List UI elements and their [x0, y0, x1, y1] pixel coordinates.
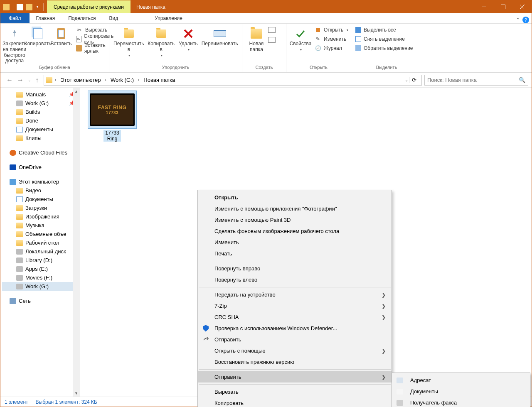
breadcrumb-folder[interactable]: Новая папка [142, 77, 177, 83]
nav-forward-icon[interactable]: → [17, 76, 24, 84]
context-menu-item[interactable]: CRC SHA❯ [198, 311, 392, 323]
addr-dropdown-icon[interactable]: ⌄ [405, 78, 408, 82]
tree-item[interactable]: Видео [2, 186, 80, 195]
search-icon[interactable]: 🔍 [519, 77, 525, 83]
tree-item[interactable]: Этот компьютер [2, 177, 80, 186]
edit-button[interactable]: ✎Изменить [313, 34, 350, 44]
context-submenu-send-to: АдресатДокументыПолучатель факсаРабочий … [392, 373, 530, 407]
breadcrumb-this-pc[interactable]: Этот компьютер [59, 77, 102, 83]
file-item[interactable]: FAST RING 17733 17733Ring [85, 91, 139, 142]
tree-item[interactable]: Музыка [2, 221, 80, 230]
tree-item[interactable]: Work (G:) [2, 282, 80, 291]
tab-file[interactable]: Файл [0, 13, 30, 23]
nav-tree[interactable]: Manuals📌Work (G:)📌BuildsDoneДокументыКли… [0, 88, 80, 397]
collapse-ribbon-icon[interactable]: ⌃ [516, 17, 520, 23]
tree-item[interactable]: Загрузки [2, 204, 80, 212]
nav-up-icon[interactable]: ↑ [35, 76, 39, 84]
submenu-item[interactable]: Получатель факса [392, 397, 530, 407]
context-menu-item[interactable]: Копировать [198, 397, 392, 407]
nav-recent-icon[interactable]: ⌄ [28, 78, 31, 82]
submenu-item[interactable]: Адресат [392, 375, 530, 386]
context-menu-item[interactable]: Передать на устройство❯ [198, 289, 392, 300]
scroll-down-icon[interactable]: ▼ [73, 390, 80, 397]
ribbon: Закрепить на панели быстрого доступа Коп… [0, 24, 532, 73]
invert-selection-button[interactable]: Обратить выделение [354, 44, 415, 53]
context-menu-item[interactable]: Изменить с помощью Paint 3D [198, 214, 392, 226]
tree-item[interactable]: Клипы [2, 134, 80, 142]
delete-button[interactable]: Удалить▾ [176, 25, 200, 52]
context-menu-item[interactable]: Открыть [198, 192, 392, 203]
easy-access-icon[interactable] [268, 37, 276, 43]
tree-item[interactable]: Work (G:)📌 [2, 99, 80, 108]
tree-item[interactable]: Документы [2, 125, 80, 134]
history-button[interactable]: 🕘Журнал [313, 44, 350, 53]
tree-item-label: Изображения [25, 213, 59, 220]
context-menu-item[interactable]: Открыть с помощью❯ [198, 345, 392, 356]
tree-item[interactable]: Builds [2, 108, 80, 116]
select-none-icon [355, 36, 361, 42]
search-box[interactable]: 🔍 [424, 75, 528, 86]
tab-home[interactable]: Главная [30, 13, 62, 23]
qat-newfolder-icon[interactable] [26, 4, 32, 10]
svg-rect-1 [501, 5, 505, 9]
scroll-up-icon[interactable]: ▲ [73, 88, 80, 95]
context-menu-item[interactable]: Восстановить прежнюю версию [198, 356, 392, 368]
copy-to-button[interactable]: Копировать в▾ [146, 25, 177, 58]
tree-item[interactable]: Рабочий стол [2, 238, 80, 247]
pin-to-quickaccess-button[interactable]: Закрепить на панели быстрого доступа [3, 25, 26, 65]
minimize-button[interactable] [474, 0, 493, 13]
tree-item[interactable]: Manuals📌 [2, 90, 80, 99]
tree-item[interactable]: Library (D:) [2, 256, 80, 265]
tree-item-label: Локальный диск [25, 248, 66, 255]
context-menu-item[interactable]: Проверка с использованием Windows Defend… [198, 323, 392, 334]
select-none-button[interactable]: Снять выделение [354, 34, 415, 44]
context-menu-item[interactable]: 7-Zip❯ [198, 300, 392, 311]
file-pane[interactable]: FAST RING 17733 17733Ring ОткрытьИзменит… [80, 88, 532, 397]
rename-button[interactable]: Переименовать [200, 25, 239, 48]
maximize-button[interactable] [493, 0, 512, 13]
tab-view[interactable]: Вид [102, 13, 125, 23]
qat-properties-icon[interactable] [17, 4, 23, 10]
tree-item[interactable]: Сеть [2, 297, 80, 305]
context-menu-item[interactable]: Изменить [198, 237, 392, 248]
search-input[interactable] [427, 77, 519, 83]
nav-back-icon[interactable]: ← [6, 76, 13, 84]
context-menu-item[interactable]: Повернуть вправо [198, 263, 392, 274]
context-menu-item[interactable]: Отправить❯ [198, 371, 392, 382]
tree-item-icon [16, 275, 23, 281]
context-menu-item[interactable]: Печать [198, 248, 392, 259]
tree-item[interactable]: Локальный диск [2, 247, 80, 256]
tree-item[interactable]: OneDrive [2, 163, 80, 172]
context-menu-item[interactable]: Вырезать [198, 386, 392, 397]
tree-item[interactable]: Apps (E:) [2, 265, 80, 273]
copy-button[interactable]: Копировать [26, 25, 49, 48]
tree-item[interactable]: Объемные объе [2, 230, 80, 238]
new-item-icon[interactable] [268, 27, 276, 33]
close-button[interactable] [512, 0, 532, 13]
tab-share[interactable]: Поделиться [62, 13, 102, 23]
address-bar[interactable]: › Этот компьютер › Work (G:) › Новая пап… [44, 75, 422, 86]
paste-button[interactable]: Вставить [49, 25, 73, 48]
tree-item[interactable]: Movies (F:) [2, 273, 80, 282]
properties-button[interactable]: Свойства▾ [289, 25, 312, 52]
move-to-button[interactable]: Переместить в▾ [112, 25, 146, 58]
sidebar-scrollbar[interactable]: ▲ ▼ [73, 88, 80, 397]
tree-item[interactable]: Документы [2, 195, 80, 204]
context-menu-item[interactable]: Отправить [198, 334, 392, 345]
submenu-item[interactable]: Документы [392, 386, 530, 397]
qat-customize-icon[interactable]: ▾ [35, 5, 40, 9]
tree-item[interactable]: Creative Cloud Files [2, 148, 80, 157]
tree-item[interactable]: Done [2, 116, 80, 125]
new-folder-button[interactable]: Новая папка [245, 25, 268, 54]
address-row: ← → ⌄ ↑ › Этот компьютер › Work (G:) › Н… [0, 73, 532, 88]
select-all-button[interactable]: Выделить все [354, 25, 415, 34]
help-icon[interactable]: ? [522, 17, 529, 23]
refresh-icon[interactable]: ⟳ [409, 77, 419, 83]
tab-manage[interactable]: Управление [135, 13, 202, 23]
tree-item[interactable]: Изображения [2, 212, 80, 221]
context-menu-item[interactable]: Изменить с помощью приложения "Фотографи… [198, 203, 392, 214]
context-menu-item[interactable]: Повернуть влево [198, 274, 392, 285]
breadcrumb-drive[interactable]: Work (G:) [109, 77, 135, 83]
open-button[interactable]: Открыть▾ [313, 25, 350, 34]
context-menu-item[interactable]: Сделать фоновым изображением рабочего ст… [198, 226, 392, 237]
